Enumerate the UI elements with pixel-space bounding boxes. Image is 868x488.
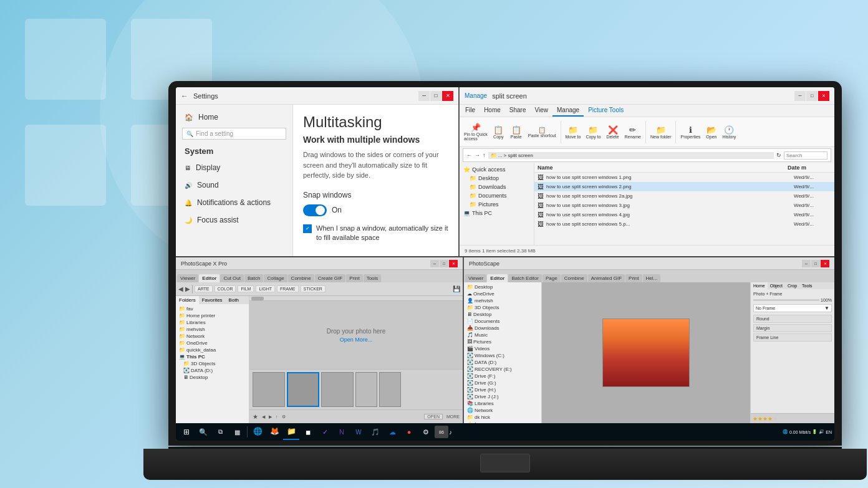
edge-app[interactable]: 🌐 xyxy=(249,424,266,440)
tree-homeprinter[interactable]: 📁Home printer xyxy=(176,312,249,319)
ps-thumb-3[interactable] xyxy=(321,372,354,407)
widgets-button[interactable]: ▦ xyxy=(229,424,245,440)
ps-tool-arte[interactable]: ARTE xyxy=(195,285,213,292)
tree-item-quickaccess[interactable]: ⭐ Quick access xyxy=(460,165,534,174)
ps-margin-btn[interactable]: Margin xyxy=(753,324,832,332)
tree-item-thispc[interactable]: 💻 This PC xyxy=(460,209,534,218)
exp-close-btn[interactable]: ✕ xyxy=(818,91,829,101)
ps-r-tree-music[interactable]: 🎵Music xyxy=(464,332,541,338)
ribbon-btn-pin[interactable]: 📌 Pin to Quickaccess xyxy=(462,122,489,142)
settings-nav-display[interactable]: 🖥 Display xyxy=(176,159,292,176)
settings-app[interactable]: ⚙ xyxy=(418,424,434,440)
ps-r-tree-videos[interactable]: 🎬Videos xyxy=(464,345,541,352)
exp-maximize-btn[interactable]: □ xyxy=(806,91,817,101)
start-button[interactable]: ⊞ xyxy=(178,424,195,440)
ps-right-max[interactable]: □ xyxy=(811,260,820,267)
ps-right-tab-page[interactable]: Page xyxy=(542,274,561,282)
ps-r-tree-desktop2[interactable]: 🖥Desktop xyxy=(464,311,541,318)
settings-nav-notifications[interactable]: 🔔 Notifications & actions xyxy=(176,194,292,211)
ps-tab-print[interactable]: Print xyxy=(346,274,362,282)
tree-item-pictures[interactable]: 📁 Pictures xyxy=(460,200,534,209)
ps-thumb-2[interactable] xyxy=(287,372,319,407)
ribbon-btn-copy[interactable]: 📋 Copy xyxy=(491,124,506,140)
ps-left-max[interactable]: □ xyxy=(440,260,448,267)
ps-tab-gif[interactable]: Create GIF xyxy=(315,274,346,282)
ps-right-min[interactable]: ─ xyxy=(802,260,811,267)
ps-left-close[interactable]: ✕ xyxy=(449,260,458,267)
snap-toggle[interactable] xyxy=(303,204,327,216)
ps-tree-tab-favorites[interactable]: Favorites xyxy=(199,296,226,304)
ps-right-close[interactable]: ✕ xyxy=(821,260,829,267)
ps-r-tree-drivej[interactable]: 💽Drive J (J:) xyxy=(464,393,541,400)
exp-minimize-btn[interactable]: ─ xyxy=(794,91,806,101)
explorer-search-input[interactable] xyxy=(784,151,827,160)
ps-right-tab-print[interactable]: Print xyxy=(625,274,642,282)
ps-tool-light[interactable]: LIGHT xyxy=(256,285,275,292)
circle-app[interactable]: ● xyxy=(401,424,417,440)
explorer-app[interactable]: 📁 xyxy=(283,424,299,440)
ps-frameline-btn[interactable]: Frame Line xyxy=(753,333,832,342)
ps-right-tab-combine[interactable]: Combine xyxy=(561,274,587,282)
ps-r-tree-pictures[interactable]: 🖼Pictures xyxy=(464,338,541,345)
ps-right-tab-gif[interactable]: Animated GIF xyxy=(588,274,625,282)
tray-volume[interactable]: 🔊 xyxy=(819,429,824,434)
ps-nav-forward[interactable]: ▶ xyxy=(185,285,190,292)
ps-thumb-5[interactable] xyxy=(379,372,401,407)
file-item-4[interactable]: 🖼 how to use split screen windows 3.jpg … xyxy=(534,201,834,210)
ribbon-btn-history[interactable]: 🕐 History xyxy=(720,124,738,140)
ps-tab-combine[interactable]: Combine xyxy=(288,274,314,282)
ps-right-tab-viewer[interactable]: Viewer xyxy=(465,274,486,282)
ps-panel-tab-tools[interactable]: Tools xyxy=(799,282,814,289)
ps-thumb-4[interactable] xyxy=(355,372,377,407)
app-black-sq[interactable]: ◼ xyxy=(300,424,316,440)
onenote-app[interactable]: N xyxy=(334,424,350,440)
ps-r-tree-datad[interactable]: 💽DATA (D:) xyxy=(464,359,541,366)
ps-save-icon[interactable]: 💾 xyxy=(453,285,460,292)
ribbon-tab-view[interactable]: View xyxy=(531,105,553,117)
tree-quickk[interactable]: 📁quickk_dataa xyxy=(176,347,249,353)
file-item-6[interactable]: 🖼 how to use split screen windows 5.p...… xyxy=(534,219,834,229)
ps-r-tree-mehvish[interactable]: 👤mehvish xyxy=(464,297,541,304)
ribbon-btn-properties[interactable]: ℹ Properties xyxy=(678,124,702,140)
firefox-app[interactable]: 🦊 xyxy=(266,424,282,440)
ps-round-btn[interactable]: Round xyxy=(753,315,832,323)
ribbon-btn-open[interactable]: 📂 Open xyxy=(703,124,719,140)
taskview-button[interactable]: ⧉ xyxy=(212,424,228,440)
ps-r-tree-recoverye[interactable]: 💽RECOVERY (E:) xyxy=(464,366,541,373)
explorer-address-bar[interactable]: ← → ↑ 📁 ... > split screen ↻ xyxy=(463,148,831,162)
ps-r-tree-drivef[interactable]: 💽Drive (F:) xyxy=(464,373,541,380)
file-item-1[interactable]: 🖼 how to use split screen windows 1.png … xyxy=(534,173,834,182)
ps-r-tree-onedrive[interactable]: ☁OneDrive xyxy=(464,290,541,297)
ps-open-btn[interactable]: OPEN xyxy=(424,414,443,419)
settings-nav-home[interactable]: 🏠 Home xyxy=(176,108,292,126)
tree-network[interactable]: 📁Network xyxy=(176,333,249,340)
refresh-icon[interactable]: ↻ xyxy=(776,152,781,158)
tree-item-documents[interactable]: 📁 Documents xyxy=(460,191,534,200)
tree-item-downloads[interactable]: 📁 Downloads xyxy=(460,183,534,191)
ps-r-tree-downloads[interactable]: 📥Downloads xyxy=(464,325,541,332)
cloud-app[interactable]: ☁ xyxy=(384,424,400,440)
tree-datad[interactable]: 💽DATA (D:) xyxy=(176,367,249,374)
ps-tab-batch[interactable]: Batch xyxy=(244,274,263,282)
search-placeholder[interactable]: Find a setting xyxy=(196,130,233,137)
tree-libraries[interactable]: 📁Libraries xyxy=(176,319,249,326)
settings-nav-sound[interactable]: 🔊 Sound xyxy=(176,176,292,194)
ribbon-btn-newfolder[interactable]: 📁 New folder xyxy=(649,124,673,140)
ps-tab-editor[interactable]: Editor xyxy=(199,274,219,282)
ribbon-tab-file[interactable]: File xyxy=(461,105,480,117)
ps-tree-tab-folders[interactable]: Folders xyxy=(176,296,199,304)
ps-tab-cutout[interactable]: Cut Out xyxy=(220,274,244,282)
ps-bottom-star[interactable]: ★ xyxy=(253,413,258,420)
ps-right-tab-batch[interactable]: Batch Editor xyxy=(508,274,542,282)
ps-bottom-home[interactable]: ↑ xyxy=(276,414,278,419)
nav-back-icon[interactable]: ← xyxy=(466,152,472,158)
ribbon-btn-copyto[interactable]: 📁 Copy to xyxy=(584,124,602,140)
tree-item-desktop[interactable]: 📁 Desktop xyxy=(460,174,534,183)
ps-panel-tab-object[interactable]: Object xyxy=(768,282,785,289)
ribbon-btn-moveto[interactable]: 📁 Move to xyxy=(564,124,583,140)
file-item-3[interactable]: 🖼 how to use split screen windows 2a.jpg… xyxy=(534,191,834,201)
ribbon-tab-manage[interactable]: Manage xyxy=(552,105,584,117)
ps-bottom-settings[interactable]: ⚙ xyxy=(282,414,286,419)
ps-zoom-slider[interactable] xyxy=(753,299,819,301)
ribbon-tab-share[interactable]: Share xyxy=(505,105,531,117)
